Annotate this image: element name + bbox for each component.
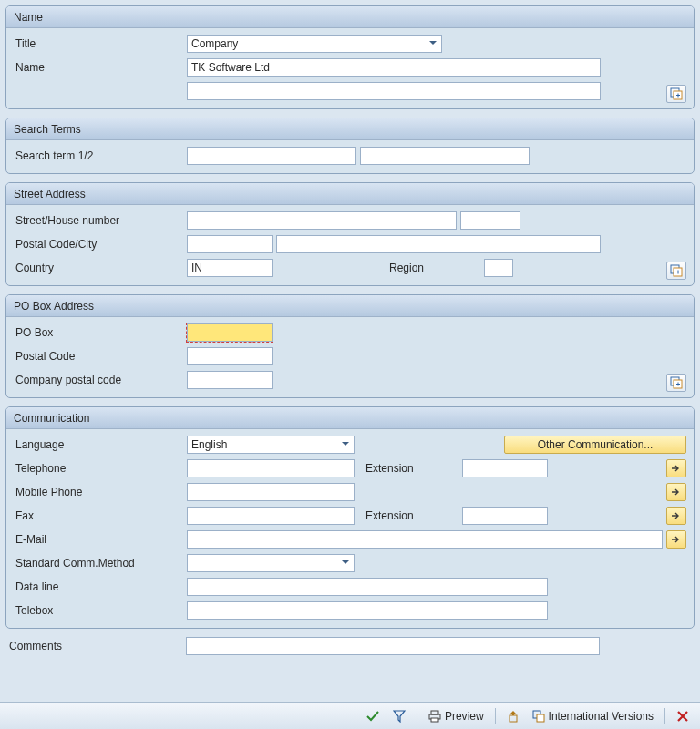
fax-more-icon[interactable]: [666, 507, 686, 525]
input-fax-ext[interactable]: [462, 507, 548, 525]
panel-comm-title: Communication: [14, 412, 89, 425]
input-fax[interactable]: [187, 507, 355, 525]
svg-rect-15: [510, 715, 517, 722]
input-mobile[interactable]: [187, 483, 355, 501]
check-icon: [365, 710, 380, 723]
input-region[interactable]: [484, 259, 513, 277]
panel-street: Street Address Street/House number Posta…: [5, 182, 695, 286]
input-tel-ext[interactable]: [462, 459, 548, 477]
input-search-term2[interactable]: [360, 147, 530, 165]
overlap-icon: [532, 710, 545, 723]
input-street[interactable]: [187, 211, 457, 230]
label-postal-city: Postal Code/City: [14, 238, 187, 251]
select-language[interactable]: English: [187, 436, 355, 454]
svg-rect-17: [537, 714, 544, 722]
copy-version-button[interactable]: [505, 706, 521, 726]
input-telebox[interactable]: [187, 601, 548, 620]
label-region: Region: [389, 262, 480, 274]
label-comments: Comments: [7, 640, 186, 652]
input-houseno[interactable]: [460, 211, 520, 230]
funnel-icon: [393, 710, 406, 723]
cancel-button[interactable]: [674, 706, 691, 726]
label-country: Country: [14, 262, 187, 274]
label-pobox: PO Box: [14, 326, 187, 339]
expand-street-icon[interactable]: [666, 262, 686, 280]
panel-name-header: Name: [6, 6, 694, 28]
mobile-more-icon[interactable]: [666, 483, 686, 501]
svg-rect-14: [431, 718, 438, 722]
label-title: Title: [14, 37, 187, 50]
input-postal[interactable]: [187, 235, 273, 253]
label-street: Street/House number: [14, 214, 187, 227]
intl-versions-button[interactable]: International Versions: [530, 706, 655, 726]
input-pobox[interactable]: [187, 323, 273, 342]
accept-button[interactable]: [364, 706, 382, 726]
svg-rect-12: [431, 711, 438, 714]
label-pobox-postal: Postal Code: [14, 350, 187, 363]
input-city[interactable]: [276, 235, 601, 253]
panel-name: Name Title Company Name: [5, 5, 695, 109]
label-company-postal: Company postal code: [14, 374, 187, 386]
input-name[interactable]: [187, 58, 601, 77]
copy-up-icon: [507, 710, 520, 723]
other-communication-button[interactable]: Other Communication...: [504, 436, 686, 454]
separator: [417, 708, 417, 724]
label-telebox: Telebox: [14, 604, 187, 617]
input-email[interactable]: [187, 530, 663, 549]
label-tel-ext: Extension: [358, 462, 458, 475]
panel-pobox: PO Box Address PO Box Postal Code Compan…: [5, 294, 695, 398]
print-icon: [428, 710, 441, 723]
panel-name-title: Name: [14, 11, 43, 24]
telephone-more-icon[interactable]: [666, 459, 686, 477]
select-std-comm[interactable]: [187, 554, 355, 572]
expand-name-icon[interactable]: [666, 85, 686, 103]
label-telephone: Telephone: [14, 462, 187, 475]
label-fax: Fax: [14, 509, 187, 522]
separator: [664, 708, 665, 724]
label-fax-ext: Extension: [358, 509, 458, 522]
input-name2[interactable]: [187, 82, 601, 100]
select-title[interactable]: Company: [187, 35, 442, 53]
input-pobox-postal[interactable]: [187, 347, 273, 365]
filter-button[interactable]: [391, 706, 407, 726]
panel-street-title: Street Address: [14, 188, 86, 200]
input-telephone[interactable]: [187, 459, 355, 477]
label-language: Language: [14, 438, 187, 451]
preview-button[interactable]: Preview: [427, 706, 486, 726]
panel-comm: Communication Language English Other Com…: [5, 406, 695, 629]
input-country[interactable]: [187, 259, 273, 277]
panel-search-title: Search Terms: [14, 123, 81, 136]
panel-pobox-header: PO Box Address: [6, 295, 694, 317]
intl-label: International Versions: [549, 710, 654, 723]
label-mobile: Mobile Phone: [14, 486, 187, 498]
label-email: E-Mail: [14, 533, 187, 546]
input-comments[interactable]: [186, 637, 600, 655]
input-search-term1[interactable]: [187, 147, 356, 165]
panel-street-header: Street Address: [6, 183, 694, 205]
label-name: Name: [14, 61, 187, 74]
separator: [495, 708, 496, 724]
expand-pobox-icon[interactable]: [666, 374, 686, 392]
close-icon: [676, 710, 689, 723]
panel-pobox-title: PO Box Address: [14, 300, 94, 313]
panel-search-header: Search Terms: [6, 118, 694, 140]
panel-comm-header: Communication: [6, 407, 694, 429]
email-more-icon[interactable]: [666, 530, 686, 549]
preview-label: Preview: [445, 710, 484, 723]
footer-toolbar: Preview International Versions: [0, 702, 700, 729]
input-company-postal[interactable]: [187, 371, 273, 389]
panel-search: Search Terms Search term 1/2: [5, 118, 695, 174]
label-search-term: Search term 1/2: [14, 149, 187, 162]
input-dataline[interactable]: [187, 578, 548, 596]
label-std-comm: Standard Comm.Method: [14, 557, 187, 570]
label-dataline: Data line: [14, 580, 187, 593]
